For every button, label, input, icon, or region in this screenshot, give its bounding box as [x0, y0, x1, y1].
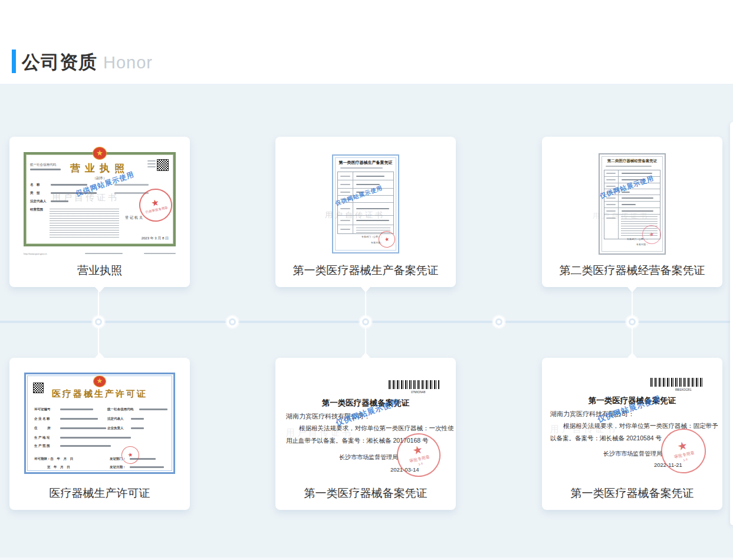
- qr-side-text: [147, 166, 156, 167]
- certificate-card-class1-record-2022[interactable]: RBSXOCR1 第一类医疗器械备案凭证 湖南力宾医疗科技有限公司： 根据相关法…: [542, 358, 722, 510]
- field-value: [130, 466, 164, 468]
- certificate-caption: 第一类医疗器械备案凭证: [275, 486, 456, 501]
- card-notch: [627, 353, 637, 358]
- certificate-caption: 医疗器械生产许可证: [9, 486, 190, 501]
- record-date-line: 备案日期：: [636, 243, 648, 246]
- page-title-en: Honor: [103, 53, 153, 72]
- issue-date: 2023 年 3 月 8 日: [142, 236, 169, 241]
- watermark-user-upload: 用户自传证书: [550, 424, 617, 435]
- red-seal-stamp: ★ 审批专用章 1-3: [657, 424, 710, 477]
- certificate-card-production-license[interactable]: ★ 医疗器械生产许可证 许可证编号 统一社会信用代码 企 业 名 称 法定代表人…: [9, 358, 190, 510]
- license-footer-note: [144, 253, 176, 254]
- certificate-card-business-license[interactable]: ★ 统一社会信用代码 营业执照 （副本） 名 称 类 型 法定代表人 经营范围 …: [9, 137, 190, 287]
- term-label: 许可期限：自: [34, 457, 54, 460]
- stamp-index: 1-3: [418, 462, 423, 466]
- field-value: [51, 184, 87, 186]
- qr-side-text: [147, 163, 156, 164]
- certificate-caption: 第一类医疗器械生产备案凭证: [275, 263, 456, 278]
- watermark-user-upload: 用户自传证书: [593, 211, 649, 221]
- qr-side-text: [147, 160, 156, 162]
- barcode: [650, 378, 702, 387]
- field-value: [60, 427, 106, 429]
- field-label: 企业负责人: [107, 426, 124, 430]
- field-value: [60, 418, 98, 420]
- registrar-label: 登记机关: [125, 215, 144, 220]
- field-value: [139, 409, 167, 410]
- card-notch: [361, 353, 370, 358]
- doc-title: 第一类医疗器械生产备案凭证: [333, 160, 398, 166]
- field-value: [60, 437, 131, 439]
- field-label: 经营范围: [30, 207, 43, 212]
- barcode: [389, 380, 439, 389]
- qr-code: [157, 159, 169, 171]
- stamp-index: 1-3: [683, 457, 688, 462]
- timeline-dot: [226, 316, 238, 328]
- date-units: 年 月 日: [54, 465, 70, 469]
- timeline-dot: [626, 316, 638, 328]
- card-notch: [361, 287, 370, 292]
- red-seal-stamp: ★: [120, 444, 141, 466]
- barcode-code: 07MION48: [411, 390, 425, 394]
- business-scope-text: [50, 209, 119, 239]
- field-label: 生 产 范 围: [34, 444, 50, 448]
- field-label: 许可证编号: [34, 407, 51, 411]
- term-to-label: 至: [47, 465, 51, 469]
- field-label: 名 称: [30, 183, 40, 187]
- page-title-cn: 公司资质: [22, 52, 97, 73]
- certificate-caption: 第一类医疗器械备案凭证: [542, 486, 722, 501]
- issuer-line: 长沙市市场监督管理局: [603, 450, 662, 458]
- page-title: 公司资质Honor: [22, 50, 153, 75]
- certificate-card-class1-production[interactable]: 第一类医疗器械生产备案凭证 备案部门（公章）： 备案日期： ★ 仅供网站展示使用…: [275, 137, 456, 287]
- class1-production-image: 第一类医疗器械生产备案凭证 备案部门（公章）： 备案日期： ★ 仅供网站展示使用…: [332, 154, 399, 253]
- license-footer-note: [85, 253, 123, 254]
- date-units: 年 月 日: [57, 457, 74, 460]
- barcode-code: RBSXOCR1: [675, 388, 692, 391]
- class2-operation-image: 第二类医疗器械经营备案凭证 备案部门（公章）： 备案日期： ★ 仅供网站展示使用…: [599, 153, 666, 255]
- doc-subline: [606, 166, 652, 167]
- license-footer-url: http://www.gsxt.gov.cn: [24, 252, 47, 255]
- doc-subline: [340, 167, 383, 169]
- field-label: 生 产 地 址: [34, 436, 50, 440]
- certificate-card-class1-record-2021[interactable]: 07MION48 第一类医疗器械备案凭证 湖南力宾医疗科技有限公司： 根据相关法…: [275, 358, 456, 510]
- body-line: 以备案。备案号：湘长械备 20210584 号: [550, 434, 662, 443]
- timeline-dot: [493, 316, 505, 328]
- field-label: 统一社会信用代码: [107, 407, 133, 411]
- card-notch: [95, 287, 104, 292]
- company-honor-page: 公司资质Honor ★ 统一社会信用代码 营业执照 （副本） 名 称 类 型 法…: [0, 0, 733, 560]
- certificate-card-class2-operation[interactable]: 第二类医疗器械经营备案凭证 备案部门（公章）： 备案日期： ★ 仅供网站展示使用…: [542, 137, 722, 287]
- watermark-user-upload: 用户自传证书: [52, 192, 119, 203]
- watermark-user-upload: 用户自传证书: [286, 427, 353, 439]
- certificate-caption: 第二类医疗器械经营备案凭证: [542, 263, 722, 278]
- field-label: 住 所: [34, 426, 51, 430]
- section-accent-bar: [12, 50, 16, 73]
- production-license-image: ★ 医疗器械生产许可证 许可证编号 统一社会信用代码 企 业 名 称 法定代表人…: [24, 373, 175, 474]
- timeline-dot: [93, 316, 104, 328]
- field-value: [60, 409, 93, 410]
- field-label: 法定代表人: [30, 199, 47, 203]
- field-label: 企 业 名 称: [34, 417, 50, 421]
- certificate-caption: 营业执照: [9, 263, 190, 278]
- issuer-line: 长沙市市场监督管理局: [339, 453, 398, 462]
- timeline-dot: [360, 316, 372, 328]
- business-license-image: ★ 统一社会信用代码 营业执照 （副本） 名 称 类 型 法定代表人 经营范围 …: [24, 152, 176, 246]
- card-notch: [627, 287, 637, 292]
- card-notch: [95, 353, 104, 358]
- field-value: [131, 427, 144, 429]
- doc-title: 医疗器械生产许可证: [26, 388, 173, 400]
- national-emblem-icon: ★: [93, 375, 106, 387]
- field-value: [60, 445, 111, 447]
- doc-title: 第二类医疗器械经营备案凭证: [600, 159, 665, 164]
- field-label: 法定代表人: [107, 417, 124, 421]
- next-section-edge: [0, 558, 733, 560]
- next-card-partial: [730, 122, 733, 525]
- field-value: [131, 418, 144, 420]
- watermark-user-upload: 用户自传证书: [325, 210, 385, 220]
- field-label: 类 型: [30, 191, 40, 195]
- national-emblem-icon: ★: [93, 147, 107, 160]
- issue-label: 发证日期：: [110, 465, 126, 469]
